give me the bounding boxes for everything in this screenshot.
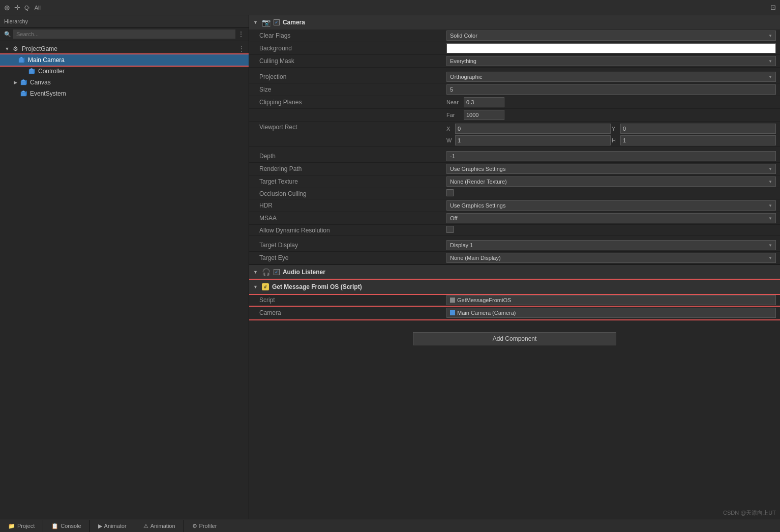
viewport-h-input[interactable] [620,135,776,145]
occlusion-culling-checkbox[interactable] [446,189,454,196]
hierarchy-item-controller[interactable]: ▶ Controller [0,66,249,77]
hdr-dropdown[interactable]: Use Graphics Settings ▼ [446,200,776,211]
background-color-field[interactable] [446,43,776,53]
clear-flags-value[interactable]: Solid Color ▼ [442,31,780,41]
transform-icon[interactable]: ⊕ [4,4,10,12]
camera-ref-field[interactable]: Main Camera (Camera) [446,308,776,318]
target-texture-value[interactable]: None (Render Texture) ▼ [442,176,780,187]
viewport-y-input[interactable] [620,124,776,134]
clear-flags-dropdown[interactable]: Solid Color ▼ [446,31,776,41]
camera-component-header[interactable]: ▼ 📷 Camera [249,15,780,29]
viewport-rect-label: Viewport Rect [249,124,442,131]
canvas-label: Canvas [30,79,51,86]
rendering-path-dropdown[interactable]: Use Graphics Settings ▼ [446,164,776,174]
script-component-header[interactable]: ▼ # Get Message Fromi OS (Script) [249,280,780,294]
property-target-display: Target Display Display 1 ▼ [249,239,780,252]
viewport-x-input[interactable] [455,124,611,134]
controller-cube-icon [27,67,36,75]
audio-listener-component: ▼ 🎧 Audio Listener [249,265,780,280]
rendering-path-value[interactable]: Use Graphics Settings ▼ [442,164,780,174]
depth-value[interactable] [442,151,780,161]
audio-listener-icon: 🎧 [262,268,271,276]
target-display-text: Display 1 [450,242,473,248]
animation-icon: ⚠ [143,523,148,529]
script-ref-field[interactable]: GetMessageFromiOS [446,295,776,305]
culling-mask-value[interactable]: Everything ▼ [442,56,780,66]
search-bar: 🔍 ⋮ [0,27,249,41]
audio-listener-header[interactable]: ▼ 🎧 Audio Listener [249,265,780,279]
viewport-h-label: H [612,137,619,143]
tab-animation[interactable]: ⚠ Animation [135,520,184,532]
add-component-button[interactable]: Add Component [413,332,616,345]
property-clipping-far: Far [249,109,780,122]
allow-dynamic-resolution-checkbox[interactable] [446,226,454,233]
depth-input[interactable] [446,151,776,161]
background-value[interactable] [442,43,780,53]
hierarchy-menu-icon[interactable]: ⋮ [237,30,245,38]
tab-project[interactable]: 📁 Project [0,520,43,532]
script-ref-icon [450,298,455,303]
svg-marker-4 [29,68,34,70]
far-label: Far [446,112,462,118]
hdr-label: HDR [249,202,442,209]
hdr-chevron-icon: ▼ [768,203,772,208]
main-camera-cube-icon [17,56,25,64]
projection-dropdown[interactable]: Orthographic ▼ [446,72,776,82]
tab-console[interactable]: 📋 Console [43,520,89,532]
hierarchy-panel: Hierarchy 🔍 ⋮ ▼ ⚙ ProjectGame ⋮ ▶ [0,15,249,519]
viewport-w-label: W [446,137,454,143]
target-eye-value[interactable]: None (Main Display) ▼ [442,253,780,263]
property-viewport-rect: Viewport Rect X Y W [249,122,780,147]
near-input[interactable] [464,97,504,107]
animation-label: Animation [151,523,175,529]
hdr-value[interactable]: Use Graphics Settings ▼ [442,200,780,211]
bottom-tabs: 📁 Project 📋 Console ▶ Animator ⚠ Animati… [0,519,780,532]
target-display-dropdown[interactable]: Display 1 ▼ [446,240,776,250]
search-icon: 🔍 [4,31,11,38]
size-label: Size [249,86,442,93]
property-rendering-path: Rendering Path Use Graphics Settings ▼ [249,163,780,175]
clipping-far-value: Far [442,110,780,120]
console-label: Console [61,523,81,529]
msaa-dropdown[interactable]: Off ▼ [446,213,776,223]
culling-mask-dropdown[interactable]: Everything ▼ [446,56,776,66]
search-input[interactable] [13,29,235,39]
audio-collapse-icon: ▼ [253,270,258,275]
target-texture-text: None (Render Texture) [450,179,507,185]
inspector-panel: ▼ 📷 Camera Clear Flags Solid Color ▼ Bac… [249,15,780,519]
move-icon[interactable]: ✛ [14,4,20,12]
target-eye-dropdown[interactable]: None (Main Display) ▼ [446,253,776,263]
occlusion-culling-label: Occlusion Culling [249,190,442,197]
script-value[interactable]: GetMessageFromiOS [442,295,780,305]
tab-animator[interactable]: ▶ Animator [90,520,135,532]
projection-value[interactable]: Orthographic ▼ [442,72,780,82]
property-clipping-near: Clipping Planes Near [249,96,780,109]
size-value[interactable] [442,84,780,95]
audio-listener-enabled-checkbox[interactable] [274,269,280,275]
tab-profiler[interactable]: ⚙ Profiler [184,520,226,532]
target-eye-label: Target Eye [249,254,442,261]
layout-icon[interactable]: ⊡ [770,4,776,11]
msaa-value[interactable]: Off ▼ [442,213,780,223]
size-input[interactable] [446,84,776,95]
hierarchy-item-canvas[interactable]: ▶ Canvas [0,77,249,88]
expand-arrow: ▼ [4,46,10,51]
culling-chevron-icon: ▼ [768,59,772,64]
clipping-near-value: Near [442,97,780,107]
camera-ref-value[interactable]: Main Camera (Camera) [442,308,780,318]
occlusion-culling-value [442,189,780,198]
scene-menu-icon[interactable]: ⋮ [238,45,245,52]
hierarchy-item-eventsystem[interactable]: ▶ EventSystem [0,88,249,99]
hierarchy-item-projectgame[interactable]: ▼ ⚙ ProjectGame ⋮ [0,43,249,54]
msaa-chevron-icon: ▼ [768,216,772,221]
svg-marker-7 [21,79,26,81]
project-label: Project [17,523,35,529]
viewport-y-label: Y [612,126,619,132]
viewport-w-input[interactable] [455,135,611,145]
hierarchy-item-main-camera[interactable]: ▶ Main Camera [0,54,249,66]
camera-enabled-checkbox[interactable] [274,19,280,25]
target-texture-dropdown[interactable]: None (Render Texture) ▼ [446,176,776,187]
far-input[interactable] [464,110,504,120]
target-display-value[interactable]: Display 1 ▼ [442,240,780,250]
property-size: Size [249,83,780,96]
